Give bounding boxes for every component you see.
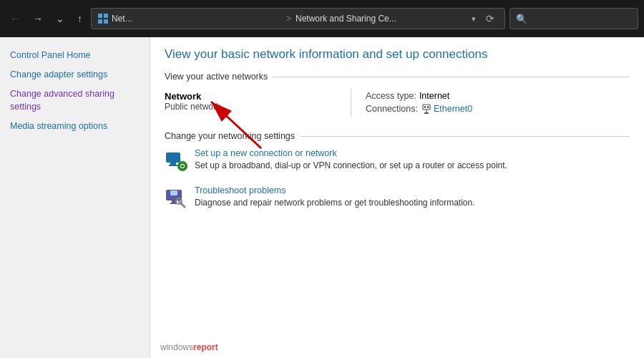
ethernet-link[interactable]: Ethernet0 bbox=[434, 104, 472, 114]
change-settings-section-header: Change your networking settings bbox=[165, 131, 630, 141]
svg-rect-20 bbox=[170, 190, 177, 195]
troubleshoot-item: Troubleshoot problems Diagnose and repai… bbox=[165, 185, 630, 210]
new-connection-link[interactable]: Set up a new connection or network bbox=[195, 148, 507, 158]
new-connection-desc: Set up a broadband, dial-up or VPN conne… bbox=[195, 160, 507, 170]
active-networks-label: View your active networks bbox=[165, 72, 268, 82]
svg-rect-11 bbox=[166, 153, 180, 163]
watermark-windows: windows bbox=[160, 342, 193, 352]
svg-rect-9 bbox=[424, 106, 426, 108]
watermark-report: report bbox=[193, 342, 218, 352]
new-connection-item: Set up a new connection or network Set u… bbox=[165, 148, 630, 173]
sidebar-item-change-advanced-sharing[interactable]: Change advanced sharing settings bbox=[0, 84, 150, 117]
titlebar: ← → ⌄ ↑ Net... > Network and Sharing Ce.… bbox=[0, 0, 644, 37]
page-title: View your basic network information and … bbox=[165, 47, 630, 62]
network-name: Network bbox=[165, 91, 336, 102]
content-area: View your basic network information and … bbox=[150, 37, 644, 358]
new-connection-text: Set up a new connection or network Set u… bbox=[195, 148, 507, 170]
sidebar-item-control-panel-home[interactable]: Control Panel Home bbox=[0, 46, 150, 65]
table-row: Network Public network Access type: Inte… bbox=[165, 89, 630, 117]
forward-button[interactable]: → bbox=[29, 10, 47, 27]
svg-rect-1 bbox=[104, 14, 108, 18]
recent-button[interactable]: ⌄ bbox=[52, 10, 69, 27]
watermark: windowsreport bbox=[160, 342, 218, 352]
troubleshoot-desc: Diagnose and repair network problems or … bbox=[195, 198, 475, 208]
change-settings-label: Change your networking settings bbox=[165, 131, 295, 141]
active-networks-section-header: View your active networks bbox=[165, 72, 630, 82]
svg-rect-10 bbox=[427, 106, 429, 108]
troubleshoot-icon bbox=[165, 187, 187, 210]
main-layout: Control Panel Home Change adapter settin… bbox=[0, 37, 644, 358]
search-box[interactable]: 🔍 bbox=[509, 8, 638, 29]
search-icon: 🔍 bbox=[516, 14, 527, 24]
connections-label: Connections: bbox=[366, 104, 421, 114]
address-bar[interactable]: Net... > Network and Sharing Ce... ▾ ⟳ bbox=[91, 8, 505, 29]
svg-rect-2 bbox=[98, 19, 102, 24]
sidebar: Control Panel Home Change adapter settin… bbox=[0, 37, 150, 358]
network-folder-icon bbox=[97, 13, 109, 24]
access-type-label: Access type: bbox=[366, 91, 419, 101]
new-connection-icon bbox=[165, 150, 187, 173]
sidebar-item-media-streaming[interactable]: Media streaming options bbox=[0, 117, 150, 136]
breadcrumb-sharing: Network and Sharing Ce... bbox=[296, 14, 466, 24]
network-type: Public network bbox=[165, 102, 336, 112]
active-networks-table: Network Public network Access type: Inte… bbox=[165, 89, 630, 117]
breadcrumb-net: Net... bbox=[112, 14, 282, 24]
svg-rect-18 bbox=[181, 165, 184, 167]
back-button[interactable]: ← bbox=[6, 10, 24, 27]
ethernet-icon bbox=[421, 103, 432, 115]
svg-rect-3 bbox=[104, 19, 108, 24]
breadcrumb-separator: > bbox=[286, 14, 291, 24]
troubleshoot-text: Troubleshoot problems Diagnose and repai… bbox=[195, 185, 475, 208]
up-button[interactable]: ↑ bbox=[73, 10, 87, 27]
settings-section: Set up a new connection or network Set u… bbox=[165, 148, 630, 210]
address-dropdown-arrow[interactable]: ▾ bbox=[472, 14, 476, 24]
troubleshoot-link[interactable]: Troubleshoot problems bbox=[195, 185, 475, 195]
access-type-value: Internet bbox=[419, 91, 449, 101]
svg-rect-8 bbox=[424, 112, 429, 114]
svg-rect-12 bbox=[170, 163, 176, 165]
sidebar-item-change-adapter-settings[interactable]: Change adapter settings bbox=[0, 65, 150, 84]
refresh-button[interactable]: ⟳ bbox=[482, 10, 499, 27]
svg-rect-0 bbox=[98, 14, 102, 18]
svg-rect-6 bbox=[423, 105, 430, 110]
svg-rect-13 bbox=[169, 165, 177, 166]
